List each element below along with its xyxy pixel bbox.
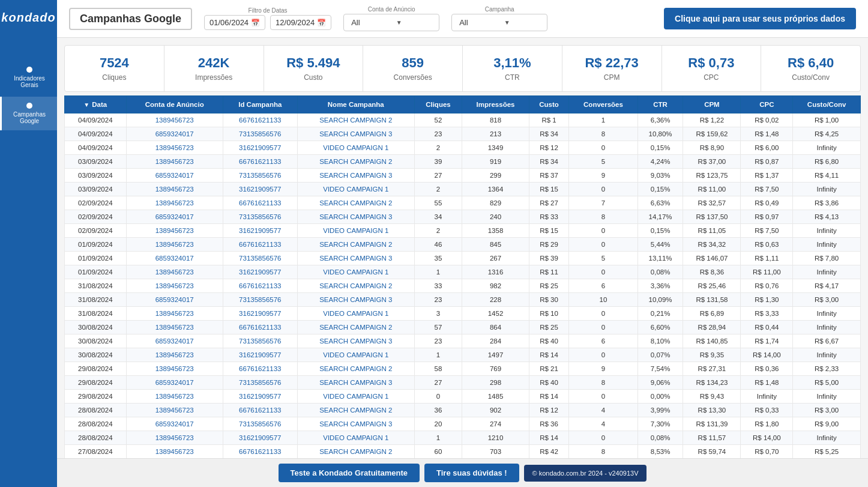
cell-24-4: 60 xyxy=(414,445,462,459)
table-row: 03/09/2024685932401773135856576SEARCH CA… xyxy=(65,169,861,183)
kpi-value-6: R$ 0,73 xyxy=(669,55,754,71)
col-header-6[interactable]: Custo xyxy=(529,96,568,113)
cell-22-1: 6859324017 xyxy=(126,417,223,431)
cell-10-0: 01/09/2024 xyxy=(65,252,127,265)
conta-dropdown-arrow: ▼ xyxy=(396,19,402,26)
date-group: 01/06/2024 📅 12/09/2024 📅 xyxy=(204,15,331,30)
cell-9-4: 46 xyxy=(414,238,462,252)
cell-11-3: VIDEO CAMPAIGN 1 xyxy=(297,265,414,279)
campanha-section: Campanha All ▼ xyxy=(451,6,547,31)
campanha-dropdown-arrow: ▼ xyxy=(504,19,510,26)
cell-18-1: 1389456723 xyxy=(126,362,223,376)
cell-12-1: 1389456723 xyxy=(126,279,223,293)
col-header-0[interactable]: ▼Data xyxy=(65,96,127,113)
sidebar-item-indicadores[interactable]: Indicadores Gerais xyxy=(0,61,57,94)
cell-0-6: R$ 1 xyxy=(529,113,568,127)
cell-18-9: R$ 27,31 xyxy=(683,362,741,376)
cell-22-11: R$ 9,00 xyxy=(793,417,861,431)
cell-17-3: VIDEO CAMPAIGN 1 xyxy=(297,348,414,362)
cell-19-8: 9,06% xyxy=(637,376,683,390)
cell-2-5: 1349 xyxy=(462,141,529,155)
col-header-11[interactable]: Custo/Conv xyxy=(793,96,861,113)
cell-7-0: 02/09/2024 xyxy=(65,210,127,224)
cell-5-3: VIDEO CAMPAIGN 1 xyxy=(297,183,414,196)
campanha-dropdown[interactable]: All ▼ xyxy=(451,14,547,31)
cell-0-10: R$ 0,02 xyxy=(741,113,793,127)
cell-6-3: SEARCH CAMPAIGN 2 xyxy=(297,196,414,210)
cell-13-4: 23 xyxy=(414,293,462,307)
cell-21-10: R$ 0,33 xyxy=(741,404,793,417)
cell-7-1: 6859324017 xyxy=(126,210,223,224)
cell-13-0: 31/08/2024 xyxy=(65,293,127,307)
cell-6-5: 829 xyxy=(462,196,529,210)
cell-19-3: SEARCH CAMPAIGN 3 xyxy=(297,376,414,390)
cell-24-11: R$ 5,25 xyxy=(793,445,861,459)
col-header-7[interactable]: Conversões xyxy=(569,96,638,113)
cell-10-6: R$ 39 xyxy=(529,252,568,265)
cell-12-3: SEARCH CAMPAIGN 2 xyxy=(297,279,414,293)
cell-1-3: SEARCH CAMPAIGN 3 xyxy=(297,127,414,141)
cell-20-3: VIDEO CAMPAIGN 1 xyxy=(297,390,414,404)
duvidas-button[interactable]: Tire suas dúvidas ! xyxy=(424,464,519,482)
cell-2-9: R$ 8,90 xyxy=(683,141,741,155)
col-header-9[interactable]: CPM xyxy=(683,96,741,113)
cell-17-10: R$ 14,00 xyxy=(741,348,793,362)
cell-14-4: 3 xyxy=(414,307,462,321)
cell-8-5: 1358 xyxy=(462,224,529,238)
col-header-5[interactable]: Impressões xyxy=(462,96,529,113)
cell-18-0: 29/08/2024 xyxy=(65,362,127,376)
col-header-1[interactable]: Conta de Anúncio xyxy=(126,96,223,113)
cell-5-4: 2 xyxy=(414,183,462,196)
cell-8-6: R$ 15 xyxy=(529,224,568,238)
cell-0-11: R$ 1,00 xyxy=(793,113,861,127)
table-row: 04/09/2024138945672366761621133SEARCH CA… xyxy=(65,113,861,127)
col-header-3[interactable]: Nome Campanha xyxy=(297,96,414,113)
col-header-2[interactable]: Id Campanha xyxy=(223,96,297,113)
cell-12-2: 66761621133 xyxy=(223,279,297,293)
cell-10-4: 35 xyxy=(414,252,462,265)
date-start-input[interactable]: 01/06/2024 📅 xyxy=(204,15,265,30)
cell-2-6: R$ 12 xyxy=(529,141,568,155)
cell-10-3: SEARCH CAMPAIGN 3 xyxy=(297,252,414,265)
cell-12-7: 6 xyxy=(569,279,638,293)
cell-13-2: 73135856576 xyxy=(223,293,297,307)
table-row: 31/08/2024685932401773135856576SEARCH CA… xyxy=(65,293,861,307)
sort-icon: ▼ xyxy=(83,101,89,108)
kpi-label-7: Custo/Conv xyxy=(768,73,853,82)
cell-0-9: R$ 1,22 xyxy=(683,113,741,127)
cell-18-11: R$ 2,33 xyxy=(793,362,861,376)
cell-17-1: 1389456723 xyxy=(126,348,223,362)
cell-19-9: R$ 134,23 xyxy=(683,376,741,390)
date-end-input[interactable]: 12/09/2024 📅 xyxy=(270,15,331,30)
table-row: 01/09/2024685932401773135856576SEARCH CA… xyxy=(65,252,861,265)
cell-21-9: R$ 13,30 xyxy=(683,404,741,417)
cell-9-11: Infinity xyxy=(793,238,861,252)
cell-20-11: Infinity xyxy=(793,390,861,404)
cell-20-4: 0 xyxy=(414,390,462,404)
conta-dropdown[interactable]: All ▼ xyxy=(343,14,439,31)
col-header-8[interactable]: CTR xyxy=(637,96,683,113)
cell-17-0: 30/08/2024 xyxy=(65,348,127,362)
table-row: 03/09/2024138945672331621909577VIDEO CAM… xyxy=(65,183,861,196)
cell-8-10: R$ 7,50 xyxy=(741,224,793,238)
cell-18-2: 66761621133 xyxy=(223,362,297,376)
date-filter-label: Filtro de Datas xyxy=(249,7,288,14)
cell-3-0: 03/09/2024 xyxy=(65,155,127,169)
cell-1-5: 213 xyxy=(462,127,529,141)
cell-10-9: R$ 146,07 xyxy=(683,252,741,265)
cell-8-3: VIDEO CAMPAIGN 1 xyxy=(297,224,414,238)
cta-button[interactable]: Clique aqui para usar seus próprios dado… xyxy=(664,8,856,29)
teste-button[interactable]: Teste a Kondado Gratuitamente xyxy=(279,464,420,482)
col-header-10[interactable]: CPC xyxy=(741,96,793,113)
date-end-value: 12/09/2024 xyxy=(276,18,315,27)
cell-19-5: 298 xyxy=(462,376,529,390)
table-scroll[interactable]: ▼DataConta de AnúncioId CampanhaNome Cam… xyxy=(64,95,861,458)
cell-15-2: 66761621133 xyxy=(223,321,297,334)
col-header-4[interactable]: Cliques xyxy=(414,96,462,113)
cell-24-5: 703 xyxy=(462,445,529,459)
kpi-label-3: Conversões xyxy=(370,73,455,82)
cell-7-6: R$ 33 xyxy=(529,210,568,224)
sidebar-item-campanhas[interactable]: Campanhas Google xyxy=(0,97,57,130)
cell-4-5: 299 xyxy=(462,169,529,183)
kpi-card-1: 242K Impressões xyxy=(164,46,264,91)
